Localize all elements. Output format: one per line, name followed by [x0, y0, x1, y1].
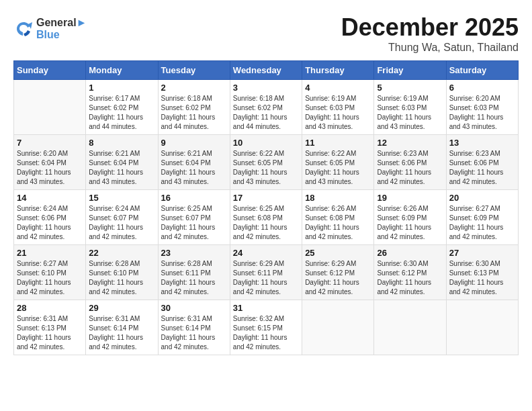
day-number: 18 [305, 193, 371, 203]
day-info: Sunrise: 6:17 AM Sunset: 6:02 PM Dayligh… [89, 94, 154, 132]
calendar-cell: 19Sunrise: 6:26 AM Sunset: 6:09 PM Dayli… [374, 190, 446, 245]
day-info: Sunrise: 6:29 AM Sunset: 6:12 PM Dayligh… [305, 259, 371, 297]
calendar-cell: 25Sunrise: 6:29 AM Sunset: 6:12 PM Dayli… [302, 245, 374, 300]
calendar-cell: 10Sunrise: 6:22 AM Sunset: 6:05 PM Dayli… [230, 135, 302, 190]
day-info: Sunrise: 6:21 AM Sunset: 6:04 PM Dayligh… [161, 149, 227, 187]
day-number: 5 [377, 83, 443, 93]
calendar-cell [302, 300, 374, 355]
logo: General► Blue [13, 17, 87, 41]
calendar-cell: 28Sunrise: 6:31 AM Sunset: 6:13 PM Dayli… [14, 300, 86, 355]
day-number: 30 [161, 303, 227, 313]
day-number: 11 [305, 138, 371, 148]
day-number: 3 [233, 83, 299, 93]
calendar-cell: 17Sunrise: 6:25 AM Sunset: 6:08 PM Dayli… [230, 190, 302, 245]
day-info: Sunrise: 6:31 AM Sunset: 6:14 PM Dayligh… [89, 314, 154, 352]
day-number: 15 [89, 193, 154, 203]
day-info: Sunrise: 6:20 AM Sunset: 6:04 PM Dayligh… [17, 149, 83, 187]
day-number: 14 [17, 193, 83, 203]
day-info: Sunrise: 6:23 AM Sunset: 6:06 PM Dayligh… [449, 149, 515, 187]
day-number: 12 [377, 138, 443, 148]
calendar-week-row: 7Sunrise: 6:20 AM Sunset: 6:04 PM Daylig… [14, 135, 519, 190]
day-number: 26 [377, 248, 443, 258]
calendar-cell: 3Sunrise: 6:18 AM Sunset: 6:02 PM Daylig… [230, 80, 302, 135]
day-number: 9 [161, 138, 227, 148]
logo-icon [13, 19, 34, 39]
day-number: 2 [161, 83, 227, 93]
calendar-cell: 12Sunrise: 6:23 AM Sunset: 6:06 PM Dayli… [374, 135, 446, 190]
day-number: 4 [305, 83, 371, 93]
day-info: Sunrise: 6:19 AM Sunset: 6:03 PM Dayligh… [377, 94, 443, 132]
calendar-cell [446, 300, 518, 355]
day-info: Sunrise: 6:25 AM Sunset: 6:08 PM Dayligh… [233, 204, 299, 242]
weekday-header: Monday [86, 61, 158, 80]
calendar-cell: 21Sunrise: 6:27 AM Sunset: 6:10 PM Dayli… [14, 245, 86, 300]
day-number: 28 [17, 303, 83, 313]
calendar-cell: 31Sunrise: 6:32 AM Sunset: 6:15 PM Dayli… [230, 300, 302, 355]
day-info: Sunrise: 6:31 AM Sunset: 6:14 PM Dayligh… [161, 314, 227, 352]
day-number: 1 [89, 83, 154, 93]
day-info: Sunrise: 6:21 AM Sunset: 6:04 PM Dayligh… [89, 149, 154, 187]
calendar-cell: 14Sunrise: 6:24 AM Sunset: 6:06 PM Dayli… [14, 190, 86, 245]
calendar-week-row: 28Sunrise: 6:31 AM Sunset: 6:13 PM Dayli… [14, 300, 519, 355]
day-number: 31 [233, 303, 299, 313]
calendar-cell [374, 300, 446, 355]
day-info: Sunrise: 6:32 AM Sunset: 6:15 PM Dayligh… [233, 314, 299, 352]
calendar-table: SundayMondayTuesdayWednesdayThursdayFrid… [13, 60, 519, 355]
day-number: 29 [89, 303, 154, 313]
calendar-cell: 20Sunrise: 6:27 AM Sunset: 6:09 PM Dayli… [446, 190, 518, 245]
day-number: 7 [17, 138, 83, 148]
svg-rect-0 [13, 19, 34, 39]
calendar-cell: 16Sunrise: 6:25 AM Sunset: 6:07 PM Dayli… [158, 190, 230, 245]
day-info: Sunrise: 6:22 AM Sunset: 6:05 PM Dayligh… [233, 149, 299, 187]
calendar-cell: 27Sunrise: 6:30 AM Sunset: 6:13 PM Dayli… [446, 245, 518, 300]
day-number: 16 [161, 193, 227, 203]
day-number: 22 [89, 248, 154, 258]
calendar-cell: 1Sunrise: 6:17 AM Sunset: 6:02 PM Daylig… [86, 80, 158, 135]
calendar-cell: 26Sunrise: 6:30 AM Sunset: 6:12 PM Dayli… [374, 245, 446, 300]
day-info: Sunrise: 6:30 AM Sunset: 6:12 PM Dayligh… [377, 259, 443, 297]
day-info: Sunrise: 6:31 AM Sunset: 6:13 PM Dayligh… [17, 314, 83, 352]
weekday-header: Tuesday [158, 61, 230, 80]
weekday-header: Sunday [14, 61, 86, 80]
day-info: Sunrise: 6:22 AM Sunset: 6:05 PM Dayligh… [305, 149, 371, 187]
day-number: 27 [449, 248, 515, 258]
title-block: December 2025 Thung Wa, Satun, Thailand [341, 13, 519, 54]
day-number: 25 [305, 248, 371, 258]
day-info: Sunrise: 6:19 AM Sunset: 6:03 PM Dayligh… [305, 94, 371, 132]
logo-text: General► Blue [36, 17, 87, 41]
day-number: 8 [89, 138, 154, 148]
day-info: Sunrise: 6:23 AM Sunset: 6:06 PM Dayligh… [377, 149, 443, 187]
day-number: 24 [233, 248, 299, 258]
weekday-header: Saturday [446, 61, 518, 80]
day-number: 20 [449, 193, 515, 203]
calendar-cell: 24Sunrise: 6:29 AM Sunset: 6:11 PM Dayli… [230, 245, 302, 300]
day-number: 10 [233, 138, 299, 148]
calendar-cell: 8Sunrise: 6:21 AM Sunset: 6:04 PM Daylig… [86, 135, 158, 190]
day-info: Sunrise: 6:29 AM Sunset: 6:11 PM Dayligh… [233, 259, 299, 297]
calendar-cell: 23Sunrise: 6:28 AM Sunset: 6:11 PM Dayli… [158, 245, 230, 300]
day-number: 13 [449, 138, 515, 148]
day-info: Sunrise: 6:28 AM Sunset: 6:10 PM Dayligh… [89, 259, 154, 297]
calendar-cell: 5Sunrise: 6:19 AM Sunset: 6:03 PM Daylig… [374, 80, 446, 135]
day-number: 19 [377, 193, 443, 203]
day-info: Sunrise: 6:26 AM Sunset: 6:09 PM Dayligh… [377, 204, 443, 242]
day-number: 6 [449, 83, 515, 93]
calendar-cell: 11Sunrise: 6:22 AM Sunset: 6:05 PM Dayli… [302, 135, 374, 190]
day-info: Sunrise: 6:24 AM Sunset: 6:07 PM Dayligh… [89, 204, 154, 242]
day-number: 21 [17, 248, 83, 258]
calendar-cell: 6Sunrise: 6:20 AM Sunset: 6:03 PM Daylig… [446, 80, 518, 135]
calendar-cell: 13Sunrise: 6:23 AM Sunset: 6:06 PM Dayli… [446, 135, 518, 190]
day-info: Sunrise: 6:25 AM Sunset: 6:07 PM Dayligh… [161, 204, 227, 242]
day-info: Sunrise: 6:20 AM Sunset: 6:03 PM Dayligh… [449, 94, 515, 132]
calendar-header-row: SundayMondayTuesdayWednesdayThursdayFrid… [14, 61, 519, 80]
calendar-week-row: 1Sunrise: 6:17 AM Sunset: 6:02 PM Daylig… [14, 80, 519, 135]
sub-title: Thung Wa, Satun, Thailand [341, 42, 519, 54]
day-number: 23 [161, 248, 227, 258]
calendar-cell: 30Sunrise: 6:31 AM Sunset: 6:14 PM Dayli… [158, 300, 230, 355]
main-title: December 2025 [341, 13, 519, 42]
day-number: 17 [233, 193, 299, 203]
calendar-cell: 4Sunrise: 6:19 AM Sunset: 6:03 PM Daylig… [302, 80, 374, 135]
day-info: Sunrise: 6:27 AM Sunset: 6:10 PM Dayligh… [17, 259, 83, 297]
calendar-cell: 29Sunrise: 6:31 AM Sunset: 6:14 PM Dayli… [86, 300, 158, 355]
weekday-header: Friday [374, 61, 446, 80]
